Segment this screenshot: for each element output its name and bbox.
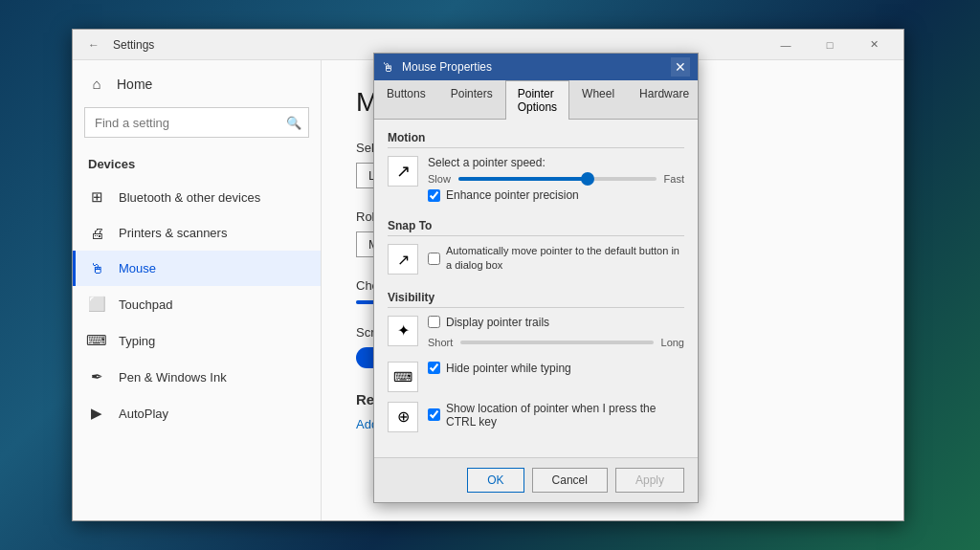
- motion-label: Select a pointer speed:: [428, 156, 684, 169]
- trails-slider-row: Short Long: [428, 337, 684, 348]
- autoplay-icon: ▶: [88, 405, 105, 422]
- sidebar: ⌂ Home 🔍 Devices ⊞ Bluetooth & other dev…: [73, 60, 322, 520]
- snap-content: Automatically move pointer to the defaul…: [428, 244, 684, 281]
- snap-icon: ↗: [388, 244, 418, 275]
- sidebar-item-typing[interactable]: ⌨ Typing: [73, 322, 321, 359]
- hide-checkbox[interactable]: [428, 362, 440, 374]
- touchpad-icon: ⬜: [88, 296, 105, 313]
- dialog-title: Mouse Properties: [402, 60, 663, 74]
- motion-section-title: Motion: [388, 131, 684, 148]
- hide-icon: ⌨: [388, 362, 418, 392]
- fast-label: Fast: [664, 173, 684, 185]
- printer-icon: 🖨: [88, 225, 105, 241]
- ok-button[interactable]: OK: [467, 468, 523, 493]
- mouse-properties-dialog: 🖱 Mouse Properties ✕ Buttons Pointers Po…: [373, 53, 699, 503]
- enhance-checkbox-row: Enhance pointer precision: [428, 188, 684, 202]
- close-button[interactable]: ✕: [852, 30, 896, 60]
- home-icon: ⌂: [88, 76, 105, 92]
- dialog-body: Motion ↗ Select a pointer speed: Slow Fa…: [374, 120, 698, 457]
- visibility-section-title: Visibility: [388, 291, 684, 308]
- maximize-button[interactable]: □: [808, 30, 852, 60]
- window-controls: — □ ✕: [764, 30, 896, 60]
- cancel-button[interactable]: Cancel: [532, 468, 608, 493]
- snap-checkbox-row: Automatically move pointer to the defaul…: [428, 244, 684, 274]
- minimize-button[interactable]: —: [764, 30, 808, 60]
- trails-slider-track[interactable]: [460, 341, 653, 344]
- hide-label: Hide pointer while typing: [446, 362, 571, 375]
- tab-pointers[interactable]: Pointers: [438, 80, 505, 120]
- search-container: 🔍: [84, 107, 309, 138]
- pen-icon: ✒: [88, 368, 105, 385]
- typing-icon: ⌨: [88, 332, 105, 349]
- location-row: ⊕ Show location of pointer when I press …: [388, 402, 684, 436]
- mouse-icon: 🖱: [88, 260, 105, 276]
- location-icon: ⊕: [388, 402, 418, 432]
- hide-content: Hide pointer while typing: [428, 362, 684, 383]
- tab-wheel[interactable]: Wheel: [569, 80, 627, 120]
- sidebar-item-autoplay[interactable]: ▶ AutoPlay: [73, 395, 321, 431]
- sidebar-item-printers[interactable]: 🖨 Printers & scanners: [73, 215, 321, 251]
- window-title: Settings: [113, 38, 764, 52]
- snap-label: Automatically move pointer to the defaul…: [446, 244, 684, 274]
- motion-content: Select a pointer speed: Slow Fast Enhanc…: [428, 156, 684, 209]
- speed-slider-thumb[interactable]: [581, 172, 594, 186]
- enhance-checkbox[interactable]: [428, 189, 440, 202]
- snap-row: ↗ Automatically move pointer to the defa…: [388, 244, 684, 281]
- trails-checkbox[interactable]: [428, 316, 440, 328]
- trails-checkbox-row: Display pointer trails: [428, 316, 684, 329]
- dialog-titlebar: 🖱 Mouse Properties ✕: [374, 54, 698, 80]
- dialog-tabs: Buttons Pointers Pointer Options Wheel H…: [374, 80, 698, 120]
- motion-row: ↗ Select a pointer speed: Slow Fast: [388, 156, 684, 209]
- motion-icon: ↗: [388, 156, 418, 187]
- tab-hardware[interactable]: Hardware: [627, 80, 702, 120]
- enhance-label: Enhance pointer precision: [446, 188, 579, 202]
- search-icon: 🔍: [286, 116, 301, 130]
- location-checkbox-row: Show location of pointer when I press th…: [428, 402, 684, 429]
- location-label: Show location of pointer when I press th…: [446, 402, 684, 429]
- sidebar-item-bluetooth[interactable]: ⊞ Bluetooth & other devices: [73, 179, 321, 215]
- sidebar-item-touchpad[interactable]: ⬜ Touchpad: [73, 286, 321, 322]
- slow-label: Slow: [428, 173, 451, 185]
- search-input[interactable]: [84, 107, 309, 138]
- sidebar-item-home[interactable]: ⌂ Home: [73, 68, 321, 99]
- speed-slider-track[interactable]: [458, 177, 657, 181]
- sidebar-item-pen[interactable]: ✒ Pen & Windows Ink: [73, 359, 321, 395]
- bluetooth-icon: ⊞: [88, 188, 105, 206]
- dialog-footer: OK Cancel Apply: [374, 457, 698, 502]
- speed-slider-row: Slow Fast: [428, 173, 684, 185]
- hide-row: ⌨ Hide pointer while typing: [388, 362, 684, 392]
- back-button[interactable]: ←: [80, 32, 107, 58]
- trails-row: ✦ Display pointer trails Short Long: [388, 316, 684, 352]
- snap-checkbox[interactable]: [428, 253, 440, 265]
- trails-content: Display pointer trails Short Long: [428, 316, 684, 352]
- apply-button[interactable]: Apply: [615, 468, 684, 493]
- trails-label: Display pointer trails: [446, 316, 549, 329]
- long-label: Long: [661, 337, 684, 348]
- dialog-close-button[interactable]: ✕: [671, 57, 690, 77]
- short-label: Short: [428, 337, 453, 348]
- tab-buttons[interactable]: Buttons: [374, 80, 438, 120]
- trails-icon: ✦: [388, 316, 418, 346]
- hide-checkbox-row: Hide pointer while typing: [428, 362, 684, 375]
- sidebar-section-devices: Devices: [73, 153, 321, 179]
- snap-section-title: Snap To: [388, 219, 684, 236]
- location-checkbox[interactable]: [428, 408, 440, 421]
- dialog-icon: 🖱: [382, 60, 394, 75]
- tab-pointer-options[interactable]: Pointer Options: [505, 80, 569, 120]
- speed-slider-fill: [458, 177, 587, 181]
- location-content: Show location of pointer when I press th…: [428, 402, 684, 436]
- sidebar-item-mouse[interactable]: 🖱 Mouse: [73, 251, 321, 286]
